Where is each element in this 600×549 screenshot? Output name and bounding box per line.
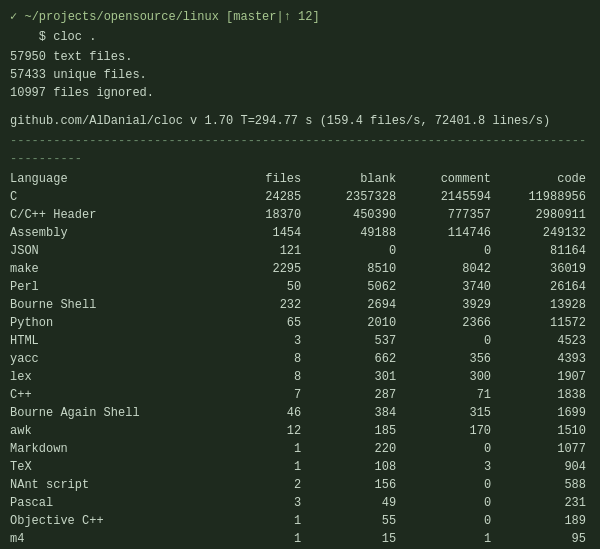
cell-files: 8 <box>221 368 305 386</box>
cell-blank: 2357328 <box>305 188 400 206</box>
cell-comment: 315 <box>400 404 495 422</box>
cell-files: 121 <box>221 242 305 260</box>
col-header-code: code <box>495 170 590 188</box>
cell-language: m4 <box>10 530 221 548</box>
github-line: github.com/AlDanial/cloc v 1.70 T=294.77… <box>10 112 590 130</box>
table-row: Bourne Shell2322694392913928 <box>10 296 590 314</box>
cell-files: 232 <box>221 296 305 314</box>
cell-comment: 300 <box>400 368 495 386</box>
header-path: ✓ ~/projects/opensource/linux [master|↑ … <box>10 8 590 26</box>
cell-blank: 537 <box>305 332 400 350</box>
cell-files: 24285 <box>221 188 305 206</box>
branch-text: master <box>233 10 276 24</box>
cell-blank: 287 <box>305 386 400 404</box>
cell-blank: 15 <box>305 530 400 548</box>
cell-files: 7 <box>221 386 305 404</box>
cell-blank: 0 <box>305 242 400 260</box>
cell-code: 588 <box>495 476 590 494</box>
cell-code: 1510 <box>495 422 590 440</box>
col-header-files: files <box>221 170 305 188</box>
cell-blank: 450390 <box>305 206 400 224</box>
table-row: Markdown122001077 <box>10 440 590 458</box>
cell-code: 904 <box>495 458 590 476</box>
table-row: JSON1210081164 <box>10 242 590 260</box>
cell-language: C <box>10 188 221 206</box>
cell-files: 3 <box>221 332 305 350</box>
table-row: lex83013001907 <box>10 368 590 386</box>
text-files-count: 57950 text files. <box>10 50 132 64</box>
cell-blank: 49188 <box>305 224 400 242</box>
cell-files: 50 <box>221 278 305 296</box>
cell-comment: 2145594 <box>400 188 495 206</box>
cell-files: 18370 <box>221 206 305 224</box>
cell-code: 81164 <box>495 242 590 260</box>
cell-files: 8 <box>221 350 305 368</box>
cell-comment: 0 <box>400 332 495 350</box>
table-row: make22958510804236019 <box>10 260 590 278</box>
cell-blank: 108 <box>305 458 400 476</box>
cell-comment: 356 <box>400 350 495 368</box>
cell-comment: 2366 <box>400 314 495 332</box>
table-row: Objective C++1550189 <box>10 512 590 530</box>
cell-files: 1 <box>221 440 305 458</box>
cell-code: 36019 <box>495 260 590 278</box>
path-text: ~/projects/opensource/linux <box>24 10 218 24</box>
cell-files: 1 <box>221 530 305 548</box>
cell-language: HTML <box>10 332 221 350</box>
cell-language: JSON <box>10 242 221 260</box>
cell-language: Bourne Again Shell <box>10 404 221 422</box>
cell-code: 1077 <box>495 440 590 458</box>
cell-code: 11988956 <box>495 188 590 206</box>
cell-code: 1907 <box>495 368 590 386</box>
cell-files: 2295 <box>221 260 305 278</box>
cell-language: awk <box>10 422 221 440</box>
cell-blank: 156 <box>305 476 400 494</box>
cell-comment: 114746 <box>400 224 495 242</box>
cell-code: 1699 <box>495 404 590 422</box>
top-divider: ----------------------------------------… <box>10 132 590 168</box>
output-line3: 10997 files ignored. <box>10 84 590 102</box>
cell-blank: 8510 <box>305 260 400 278</box>
cell-code: 2980911 <box>495 206 590 224</box>
cell-comment: 3 <box>400 458 495 476</box>
cell-comment: 3740 <box>400 278 495 296</box>
cell-comment: 1 <box>400 530 495 548</box>
cell-blank: 49 <box>305 494 400 512</box>
table-row: yacc86623564393 <box>10 350 590 368</box>
table-row: C++7287711838 <box>10 386 590 404</box>
cell-language: Objective C++ <box>10 512 221 530</box>
cell-language: Perl <box>10 278 221 296</box>
cell-code: 249132 <box>495 224 590 242</box>
cell-files: 12 <box>221 422 305 440</box>
cell-code: 26164 <box>495 278 590 296</box>
cell-code: 11572 <box>495 314 590 332</box>
cell-code: 4393 <box>495 350 590 368</box>
cell-comment: 3929 <box>400 296 495 314</box>
table-row: Assembly145449188114746249132 <box>10 224 590 242</box>
cell-blank: 301 <box>305 368 400 386</box>
output-line1: 57950 text files. <box>10 48 590 66</box>
github-info-text: github.com/AlDanial/cloc v 1.70 T=294.77… <box>10 114 550 128</box>
cloc-table: Language files blank comment code C24285… <box>10 170 590 549</box>
cell-blank: 2010 <box>305 314 400 332</box>
cell-files: 46 <box>221 404 305 422</box>
cell-blank: 220 <box>305 440 400 458</box>
ignored-files-count: 10997 files ignored. <box>10 86 154 100</box>
terminal-window: ✓ ~/projects/opensource/linux [master|↑ … <box>10 8 590 549</box>
cell-language: C++ <box>10 386 221 404</box>
cell-language: C/C++ Header <box>10 206 221 224</box>
cell-files: 1 <box>221 512 305 530</box>
cell-blank: 2694 <box>305 296 400 314</box>
table-row: C242852357328214559411988956 <box>10 188 590 206</box>
table-row: Perl505062374026164 <box>10 278 590 296</box>
cell-comment: 71 <box>400 386 495 404</box>
table-row: TeX11083904 <box>10 458 590 476</box>
cell-language: yacc <box>10 350 221 368</box>
cell-files: 65 <box>221 314 305 332</box>
table-row: C/C++ Header183704503907773572980911 <box>10 206 590 224</box>
cell-comment: 777357 <box>400 206 495 224</box>
prompt-line: $ cloc . <box>10 28 590 46</box>
cell-code: 1838 <box>495 386 590 404</box>
cell-files: 3 <box>221 494 305 512</box>
col-header-comment: comment <box>400 170 495 188</box>
